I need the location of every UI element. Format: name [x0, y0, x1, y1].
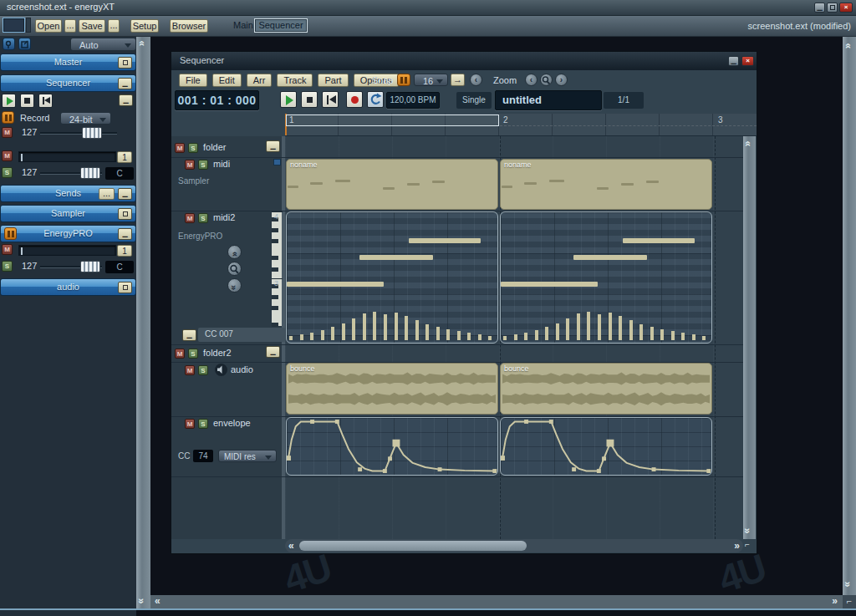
midi-note-dash[interactable] — [524, 182, 537, 185]
loop-count-display[interactable]: 1/1 — [604, 92, 644, 109]
piano-roll-part-2[interactable] — [500, 211, 712, 344]
sequencer-titlebar[interactable]: Sequencer ▁ × — [171, 52, 757, 70]
audio-detach-button[interactable] — [118, 282, 132, 293]
velocity-bar[interactable] — [363, 313, 366, 340]
black-key[interactable] — [272, 295, 278, 299]
output-color-chip[interactable] — [273, 159, 281, 165]
midi-note-dash[interactable] — [549, 180, 564, 182]
audio-part-bounce-1[interactable]: bounce — [286, 363, 498, 415]
velocity-bar[interactable] — [577, 313, 580, 340]
scroll-right-icon[interactable]: » — [832, 597, 838, 605]
zoom-out-button[interactable]: ‹ — [525, 74, 538, 86]
seq-pan-box[interactable]: C — [105, 167, 134, 180]
velocity-bar[interactable] — [488, 336, 492, 340]
black-key[interactable] — [272, 306, 278, 310]
velocity-bar[interactable] — [321, 330, 324, 340]
midi-note-dash[interactable] — [407, 183, 420, 186]
hscroll-thumb[interactable] — [299, 541, 527, 551]
sequencer-minimize-button[interactable]: ▁ — [118, 78, 132, 89]
midi-instrument-label[interactable]: Sampler — [178, 176, 209, 186]
black-key[interactable] — [272, 228, 278, 232]
sampler-strip[interactable]: Sampler — [0, 205, 136, 222]
velocity-bar[interactable] — [524, 333, 527, 340]
clip-icon[interactable] — [18, 38, 31, 50]
folder2-mute-button[interactable]: M — [175, 349, 185, 359]
velocity-bar[interactable] — [405, 316, 408, 340]
midi2-mute-button[interactable]: M — [185, 213, 195, 223]
folder-mute-button[interactable]: M — [175, 143, 185, 153]
open-button[interactable]: Open — [35, 19, 62, 33]
timeline-ruler[interactable]: 123 — [285, 114, 757, 136]
velocity-bar[interactable] — [467, 333, 471, 340]
velocity-bar[interactable] — [639, 324, 643, 340]
speaker-icon[interactable] — [215, 364, 227, 376]
keys-scroll-up-button[interactable]: » — [227, 245, 242, 259]
velocity-bar[interactable] — [629, 320, 633, 340]
midi-note-dash[interactable] — [621, 183, 634, 186]
sequencer-strip[interactable]: Sequencer ▁ — [0, 74, 136, 92]
velocity-bar[interactable] — [395, 313, 398, 340]
sends-strip[interactable]: Sends ... ▁ — [0, 185, 136, 202]
velocity-bar[interactable] — [619, 316, 622, 340]
midi-note[interactable] — [287, 282, 384, 287]
audio-track-label[interactable]: audio — [231, 364, 253, 374]
energypro-mute-button[interactable]: M — [2, 244, 13, 255]
zoom-in-button[interactable]: › — [555, 74, 568, 86]
cc-lane-bar[interactable]: CC 007 — [198, 328, 285, 342]
record-arm-icon[interactable] — [2, 111, 14, 124]
velocity-bar[interactable] — [373, 312, 376, 340]
folder-track-label[interactable]: folder — [203, 142, 227, 152]
scroll-up-icon[interactable]: » — [743, 141, 752, 147]
sidebar-scrollbar[interactable]: » » — [136, 37, 150, 608]
velocity-bar[interactable] — [535, 330, 538, 340]
velocity-bar[interactable] — [545, 327, 548, 340]
scroll-down-icon[interactable]: » — [843, 582, 852, 588]
folder-solo-button[interactable]: S — [188, 143, 198, 153]
velocity-bar[interactable] — [342, 323, 345, 340]
zoom-tool-button[interactable] — [540, 74, 553, 86]
midi-note-dash[interactable] — [335, 180, 350, 182]
scroll-up-icon[interactable]: » — [843, 43, 852, 49]
midi-note[interactable] — [501, 282, 598, 287]
folder2-solo-button[interactable]: S — [188, 349, 198, 359]
setup-button[interactable]: Setup — [130, 19, 159, 33]
midi-note-dash[interactable] — [432, 181, 445, 183]
scroll-down-icon[interactable]: » — [137, 598, 145, 604]
close-button[interactable]: × — [839, 3, 853, 13]
master-detach-button[interactable] — [118, 57, 132, 69]
bpm-display[interactable]: 120,00 BPM — [386, 92, 440, 109]
velocity-bar[interactable] — [692, 334, 696, 340]
seq-fader[interactable] — [18, 151, 116, 162]
black-key[interactable] — [272, 323, 278, 327]
app-resize-grip[interactable]: ⌐ — [843, 595, 856, 608]
velocity-bar[interactable] — [681, 333, 685, 340]
keys-zoom-button[interactable] — [227, 262, 242, 276]
window-resize-grip[interactable]: ⌐ — [745, 540, 756, 551]
folder-collapse-button[interactable]: ▁ — [266, 140, 280, 152]
menu-file[interactable]: File — [179, 74, 207, 87]
tab-main[interactable]: Main — [233, 20, 253, 30]
seq-play-button[interactable] — [280, 91, 297, 108]
velocity-bar[interactable] — [702, 336, 706, 340]
velocity-bar[interactable] — [514, 334, 517, 340]
maximize-button[interactable] — [827, 3, 838, 13]
velocity-bar[interactable] — [503, 336, 507, 340]
cc-mode-dropdown[interactable]: MIDI res — [218, 450, 277, 462]
scroll-up-icon[interactable]: » — [137, 41, 145, 47]
open-more-button[interactable]: ... — [64, 19, 76, 33]
audio-solo-button[interactable]: S — [198, 365, 208, 375]
velocity-bar[interactable] — [478, 334, 482, 340]
velocity-bar[interactable] — [415, 320, 419, 340]
piano-roll-part-1[interactable] — [286, 211, 498, 344]
arrange-area[interactable]: noname noname bounce bounce — [285, 136, 743, 539]
velocity-bar[interactable] — [352, 318, 355, 340]
midi-note[interactable] — [409, 238, 481, 243]
auto-mode-dropdown[interactable]: Auto — [70, 38, 136, 51]
bit-depth-dropdown[interactable]: 24-bit — [60, 112, 111, 125]
master-strip[interactable]: Master — [0, 53, 136, 71]
velocity-bar[interactable] — [425, 324, 429, 340]
seq-record-button[interactable] — [346, 91, 363, 108]
audio-part-bounce-2[interactable]: bounce — [500, 363, 712, 415]
midi-track-label[interactable]: midi — [213, 159, 230, 169]
midi-note[interactable] — [623, 238, 695, 243]
